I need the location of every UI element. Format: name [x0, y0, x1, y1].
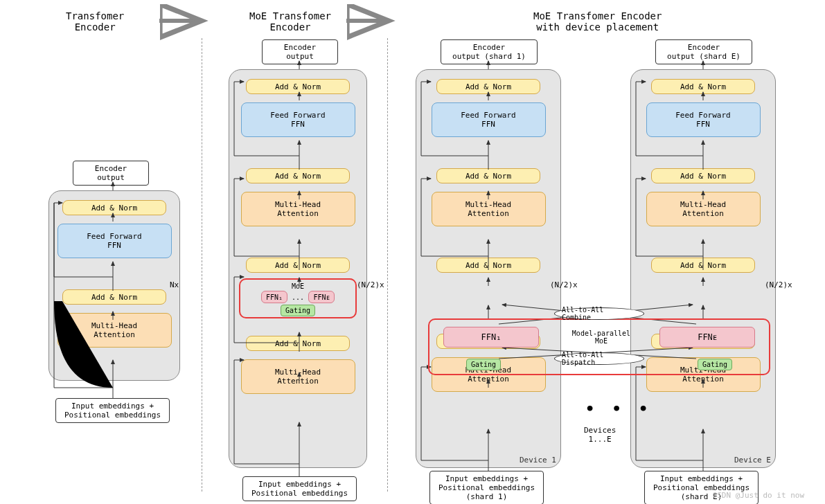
nx-label: Nx [170, 280, 179, 289]
encoder-container-dE: Add & Norm Feed Forward FFN Add & Norm M… [630, 69, 776, 468]
watermark: CSDN @Just do it now [713, 491, 804, 500]
mha-block: Multi-Head Attention [241, 192, 355, 226]
encoder-output-shardE: Encoder output (shard E) [655, 39, 752, 64]
ffn-block: Feed Forward FFN [57, 224, 172, 258]
addnorm: Add & Norm [436, 168, 540, 183]
ffn1-expert: FFN₁ [261, 291, 287, 303]
device1-label: Device 1 [520, 456, 556, 465]
moe-label: MoE [243, 282, 353, 290]
addnorm: Add & Norm [246, 336, 350, 351]
dots: ... [292, 294, 304, 301]
encoder-container-2: Add & Norm Feed Forward FFN Add & Norm M… [229, 69, 367, 468]
encoder-output-shard1: Encoder output (shard 1) [441, 39, 538, 64]
devices-label: Devices 1...E [584, 426, 616, 444]
all2all-dispatch: All-to-All Dispatch [554, 352, 644, 365]
gating-dE: Gating [698, 359, 732, 370]
encoder-container-1: Add & Norm Feed Forward FFN Add & Norm M… [48, 190, 180, 381]
addnorm: Add & Norm [62, 289, 166, 305]
nx2-label-dE: (N/2)x [765, 280, 792, 289]
deviceE-label: Device E [734, 456, 771, 465]
nx2-label: (N/2)x [357, 280, 384, 289]
title-moe: MoE Transfomer Encoder [249, 10, 331, 33]
addnorm: Add & Norm [246, 79, 350, 94]
addnorm: Add & Norm [62, 200, 166, 215]
encoder-output-2: Encoder output [262, 39, 338, 64]
divider-2 [387, 38, 388, 492]
all2all-combine: All-to-All Combine [554, 307, 644, 320]
devices-dots: • • • [585, 400, 652, 417]
title-moe-device: MoE Transfomer Encoder with device place… [533, 10, 662, 33]
ffn-block: Feed Forward FFN [646, 102, 761, 137]
input-2: Input embeddings + Positional embeddings [242, 476, 357, 501]
input-1: Input embeddings + Positional embeddings [55, 398, 170, 423]
ffnE-expert: FFNᴇ [659, 327, 755, 348]
model-parallel-moe: FFN₁ FFNᴇ Model-parallel MoE Gating Gati… [428, 318, 770, 375]
ffn-block: Feed Forward FFN [241, 102, 355, 137]
ffn-block: Feed Forward FFN [432, 102, 546, 137]
addnorm: Add & Norm [651, 79, 755, 94]
mha-block: Multi-Head Attention [57, 313, 172, 348]
mha-block: Multi-Head Attention [432, 192, 546, 226]
ffn1-expert: FFN₁ [443, 327, 539, 348]
title-transformer: Transfomer Encoder [66, 10, 124, 33]
encoder-container-d1: Add & Norm Feed Forward FFN Add & Norm M… [416, 69, 561, 468]
mha-block: Multi-Head Attention [241, 359, 355, 394]
divider-1 [202, 38, 202, 492]
addnorm: Add & Norm [651, 258, 755, 273]
addnorm: Add & Norm [436, 258, 540, 273]
mpm-label: Model-parallel MoE [567, 330, 636, 345]
addnorm: Add & Norm [246, 168, 350, 183]
encoder-output-1: Encoder output [73, 161, 149, 186]
gating: Gating [281, 305, 315, 316]
ffnE-expert: FFNᴇ [308, 291, 335, 303]
addnorm: Add & Norm [246, 258, 350, 273]
addnorm: Add & Norm [651, 168, 755, 183]
moe-box: MoE FFN₁ ... FFNᴇ Gating [239, 278, 357, 318]
nx2-label-d1: (N/2)x [550, 280, 578, 289]
input-shard1: Input embeddings + Positional embeddings… [429, 471, 544, 504]
gating-d1: Gating [466, 359, 501, 370]
mha-block: Multi-Head Attention [646, 192, 761, 226]
addnorm: Add & Norm [436, 79, 540, 94]
